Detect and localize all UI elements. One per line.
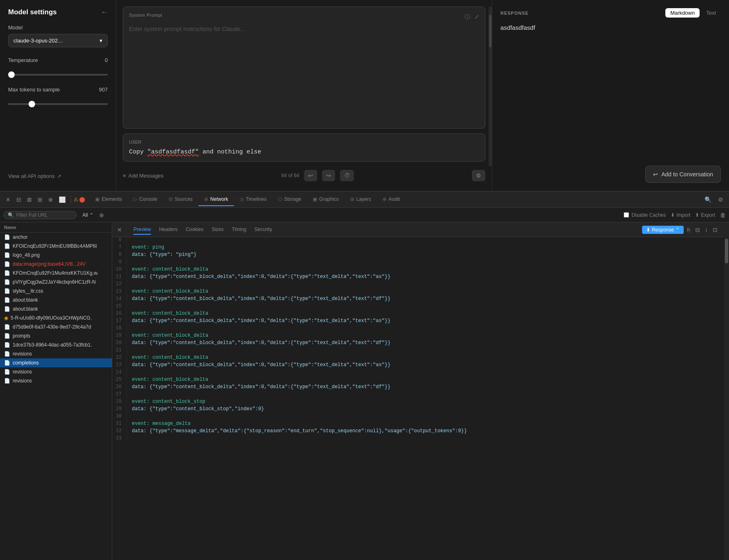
- devtools-settings-button[interactable]: ⚙: [716, 195, 726, 204]
- code-line: 27: [112, 391, 724, 399]
- list-item[interactable]: 📄 d75d9e0f-6a37-430e-9ed7-29c4a7d: [0, 322, 112, 331]
- filter-options-icon[interactable]: ⊕: [99, 212, 104, 218]
- add-to-conversation-button[interactable]: ↩ Add to Conversation: [645, 166, 721, 183]
- tab-elements[interactable]: ▣ Elements: [89, 193, 128, 206]
- preview-tab-headers[interactable]: Headers: [159, 225, 178, 235]
- dock-left-button[interactable]: ⊟: [14, 195, 24, 204]
- code-line: 9: [112, 259, 724, 267]
- preview-tab-cookies[interactable]: Cookies: [186, 225, 203, 235]
- device-button[interactable]: ⬜: [56, 195, 68, 204]
- tab-console[interactable]: ▷ Console: [128, 193, 163, 206]
- history-button[interactable]: ⏱: [340, 170, 354, 181]
- error-icon: ⬤: [79, 196, 85, 202]
- export-button[interactable]: ⬆ Export: [695, 212, 715, 218]
- list-item[interactable]: 📄 revisions: [0, 376, 112, 385]
- dock-bottom-button[interactable]: ⊠: [24, 195, 34, 204]
- response-button[interactable]: ⬇ Response ⌃: [642, 226, 684, 234]
- line-content: data: {"type":"content_block_delta","ind…: [127, 362, 391, 369]
- model-value: claude-3-opus-202…: [13, 38, 63, 44]
- list-item[interactable]: 📄 styles__ltr.css: [0, 287, 112, 296]
- elements-icon: ▣: [95, 196, 100, 202]
- info-icon[interactable]: ⓘ: [465, 13, 470, 21]
- list-item[interactable]: 📄 anchor: [0, 233, 112, 242]
- right-scrollbar[interactable]: [724, 222, 729, 560]
- max-tokens-row: Max tokens to sample 907: [8, 87, 108, 96]
- tab-network[interactable]: ⊕ Network: [198, 193, 234, 206]
- disable-caches-label[interactable]: Disable Caches: [624, 212, 666, 218]
- line-content: event: ping: [127, 244, 164, 252]
- clear-button[interactable]: 🗑: [720, 212, 726, 218]
- list-item[interactable]: 📄 about:blank: [0, 304, 112, 313]
- list-item[interactable]: 📄 pVlYglCqg3wZ2JaY4kcbqn6HC1zR-N: [0, 278, 112, 287]
- disable-caches-checkbox[interactable]: [624, 212, 629, 218]
- list-item[interactable]: 📄 prompts: [0, 331, 112, 340]
- line-number: 27: [112, 391, 127, 399]
- markdown-tab[interactable]: Markdown: [665, 8, 700, 18]
- scrollbar-track[interactable]: [489, 7, 492, 167]
- close-devtools-button[interactable]: ✕: [3, 195, 13, 204]
- wrap-button[interactable]: ↕: [703, 226, 709, 234]
- preview-right-toolbar: ⬇ Response ⌃ ⎘ ⊟ ↕ ⊡: [642, 226, 719, 234]
- tab-timelines[interactable]: ◷ Timelines: [234, 193, 272, 206]
- chevron-icon: ⌃: [89, 212, 93, 218]
- tab-storage[interactable]: ⬡ Storage: [272, 193, 307, 206]
- preview-tab-security[interactable]: Security: [254, 225, 272, 235]
- all-label: All: [82, 212, 88, 218]
- response-panel: RESPONSE Markdown Text asdfasdfasdf ↩ Ad…: [492, 0, 729, 191]
- close-preview-button[interactable]: ✕: [117, 227, 122, 233]
- file-name: revisions: [13, 378, 32, 384]
- add-messages-button[interactable]: ≡ Add Messages: [123, 173, 164, 179]
- line-content: [127, 391, 135, 399]
- list-item[interactable]: 📄 KFOlCnqEu92Fr1MmEU9fBBc4AMP6l: [0, 242, 112, 251]
- list-item[interactable]: 📄 1dce37b3-8964-4dac-a055-7a3fcb1.: [0, 340, 112, 349]
- detach-button[interactable]: ⊕: [46, 195, 56, 204]
- line-number: 29: [112, 406, 127, 413]
- preview-tab-preview[interactable]: Preview: [133, 225, 151, 235]
- filter-right: Disable Caches ⬇ Import ⬆ Export 🗑: [624, 212, 726, 218]
- all-filter-button[interactable]: All ⌃: [80, 211, 96, 219]
- list-item[interactable]: 📄 KFOmCnqEu92Fr1Mu4mxKKTU1Kg.w.: [0, 269, 112, 278]
- line-content: data: {"type":"message_delta","delta":{"…: [127, 428, 467, 436]
- list-item[interactable]: 📄 about:blank: [0, 296, 112, 304]
- model-select[interactable]: claude-3-opus-202… ▾: [8, 34, 108, 47]
- tab-sources[interactable]: ⊟ Sources: [163, 193, 198, 206]
- list-item[interactable]: 📄 logo_48.png: [0, 251, 112, 260]
- line-content: event: content_block_delta: [127, 311, 208, 318]
- undo-button[interactable]: ↩: [304, 170, 317, 181]
- system-prompt-box[interactable]: System Prompt ⓘ ⤢ Enter system prompt in…: [123, 7, 485, 129]
- temperature-slider[interactable]: [8, 74, 108, 76]
- list-item[interactable]: 📄 revisions: [0, 349, 112, 358]
- dock-right-button[interactable]: ⊞: [35, 195, 45, 204]
- tab-layers[interactable]: ⊞ Layers: [344, 193, 377, 206]
- format-button[interactable]: ⊟: [693, 226, 702, 234]
- tab-audit[interactable]: ⊕ Audit: [377, 193, 405, 206]
- add-to-conv-label: Add to Conversation: [661, 171, 713, 178]
- code-line: 19 event: content_block_delta: [112, 333, 724, 340]
- copy-button[interactable]: ⎘: [685, 226, 692, 234]
- list-item[interactable]: ◉ 5-R-uUo80-dfy09tUOoa3CHWpNCG.: [0, 313, 112, 322]
- model-settings-panel: Model settings ← Model claude-3-opus-202…: [0, 0, 116, 191]
- expand-content-button[interactable]: ⊡: [711, 226, 719, 234]
- list-item[interactable]: 📄 revisions: [0, 367, 112, 376]
- file-icon: 📄: [4, 378, 10, 384]
- preview-tab-timing[interactable]: Timing: [232, 225, 247, 235]
- view-api-link[interactable]: View all API options ↗: [8, 173, 108, 179]
- line-number: 32: [112, 428, 127, 436]
- collapse-icon[interactable]: ←: [101, 9, 108, 16]
- max-tokens-slider[interactable]: [8, 103, 108, 105]
- file-icon: 📄: [4, 333, 10, 339]
- network-icon: ⊕: [204, 196, 208, 202]
- file-icon: 📄: [4, 261, 10, 267]
- list-item[interactable]: 📄 data:image/png;base64,iVB...24V: [0, 260, 112, 269]
- expand-icon[interactable]: ⤢: [474, 13, 479, 21]
- text-tab[interactable]: Text: [701, 8, 721, 18]
- tab-graphics[interactable]: ▣ Graphics: [307, 193, 344, 206]
- preview-tab-sizes[interactable]: Sizes: [211, 225, 223, 235]
- list-item-active[interactable]: 📄 completions: [0, 358, 112, 367]
- redo-button[interactable]: ↪: [322, 170, 335, 181]
- search-button[interactable]: 🔍: [702, 195, 714, 204]
- filter-input[interactable]: [16, 212, 72, 218]
- import-button[interactable]: ⬇ Import: [671, 212, 690, 218]
- sources-icon: ⊟: [169, 196, 173, 202]
- settings-button[interactable]: ⚙: [472, 170, 485, 181]
